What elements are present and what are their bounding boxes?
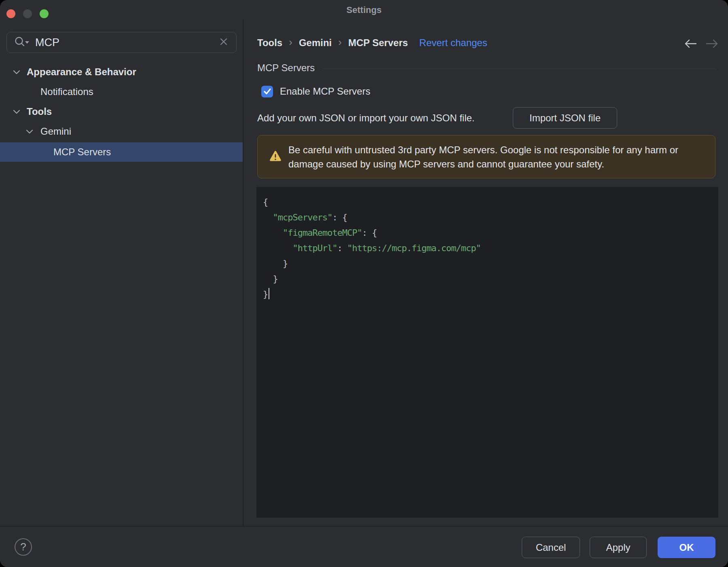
apply-button[interactable]: Apply	[590, 537, 647, 558]
enable-mcp-servers-checkbox[interactable]	[261, 86, 273, 97]
code-line: {	[263, 195, 712, 210]
code-token	[263, 212, 273, 222]
help-button[interactable]: ?	[15, 538, 32, 556]
warning-triangle-icon	[269, 150, 282, 164]
code-token: "https://mcp.figma.com/mcp"	[347, 243, 481, 253]
code-line: "figmaRemoteMCP": {	[263, 225, 712, 241]
ok-button[interactable]: OK	[658, 537, 715, 558]
code-token: : {	[362, 228, 377, 238]
breadcrumb-mcp-servers: MCP Servers	[348, 37, 408, 49]
settings-sidebar: Appearance & Behavior Notifications Tool…	[0, 19, 243, 526]
sidebar-item-mcp-servers-selected[interactable]: MCP Servers	[0, 142, 243, 162]
sidebar-item-label: Notifications	[40, 86, 93, 97]
code-token: "httpUrl"	[292, 243, 337, 253]
sidebar-item-notifications[interactable]: Notifications	[0, 82, 243, 102]
sidebar-item-appearance-behavior[interactable]: Appearance & Behavior	[0, 62, 243, 82]
enable-mcp-servers-label: Enable MCP Servers	[280, 86, 370, 97]
code-token: }	[263, 258, 288, 269]
revert-changes-link[interactable]: Revert changes	[419, 37, 487, 49]
settings-content: Tools › Gemini › MCP Servers Revert chan…	[243, 19, 728, 526]
sidebar-item-label: Gemini	[40, 126, 71, 137]
section-title: MCP Servers	[257, 62, 315, 74]
sidebar-item-gemini[interactable]: Gemini	[0, 121, 243, 141]
add-json-text: Add your own JSON or import your own JSO…	[257, 110, 475, 126]
chevron-down-icon[interactable]	[12, 106, 21, 117]
search-input[interactable]	[35, 36, 219, 49]
text-caret	[269, 288, 269, 299]
clear-search-icon[interactable]	[219, 37, 228, 48]
code-line: }	[263, 287, 712, 302]
chevron-down-icon[interactable]	[12, 66, 21, 78]
forward-arrow-icon[interactable]	[704, 38, 720, 49]
breadcrumb-gemini[interactable]: Gemini	[299, 37, 332, 49]
code-line: }	[263, 271, 712, 287]
code-token: {	[263, 197, 268, 207]
enable-mcp-servers-row[interactable]: Enable MCP Servers	[261, 83, 370, 99]
sidebar-item-label: Tools	[27, 106, 52, 117]
sidebar-item-label: MCP Servers	[53, 146, 111, 158]
code-line: }	[263, 256, 712, 271]
settings-search-field[interactable]	[6, 32, 237, 53]
section-divider	[323, 69, 717, 69]
breadcrumb-tools[interactable]: Tools	[257, 37, 282, 49]
breadcrumb-separator-icon: ›	[289, 36, 292, 50]
sidebar-item-label: Appearance & Behavior	[27, 66, 136, 78]
mcp-servers-section-header: MCP Servers	[257, 60, 717, 76]
warning-banner: Be careful with untrusted 3rd party MCP …	[257, 135, 715, 178]
title-bar: Settings	[0, 0, 728, 19]
breadcrumb: Tools › Gemini › MCP Servers Revert chan…	[257, 35, 487, 51]
code-token: "mcpServers"	[273, 212, 332, 222]
code-token: }	[263, 289, 268, 299]
code-token: : {	[332, 212, 347, 222]
warning-text: Be careful with untrusted 3rd party MCP …	[288, 143, 693, 171]
code-token: }	[263, 274, 278, 284]
chevron-down-icon[interactable]	[25, 126, 34, 137]
import-json-file-button[interactable]: Import JSON file	[513, 107, 617, 129]
back-arrow-icon[interactable]	[682, 38, 698, 49]
dialog-footer: ? Cancel Apply OK	[0, 526, 728, 567]
window-title: Settings	[0, 0, 728, 19]
code-token: :	[337, 243, 347, 253]
sidebar-item-tools[interactable]: Tools	[0, 102, 243, 121]
search-icon[interactable]	[13, 36, 30, 49]
code-line: "httpUrl": "https://mcp.figma.com/mcp"	[263, 241, 712, 256]
code-token: "figmaRemoteMCP"	[283, 228, 362, 238]
mcp-json-editor[interactable]: { "mcpServers": { "figmaRemoteMCP": { "h…	[256, 187, 718, 518]
settings-window: Settings Appearance	[0, 0, 728, 567]
code-token	[263, 243, 292, 253]
cancel-button[interactable]: Cancel	[522, 537, 580, 558]
code-line: "mcpServers": {	[263, 210, 712, 225]
breadcrumb-separator-icon: ›	[338, 36, 342, 50]
code-token	[263, 228, 283, 238]
